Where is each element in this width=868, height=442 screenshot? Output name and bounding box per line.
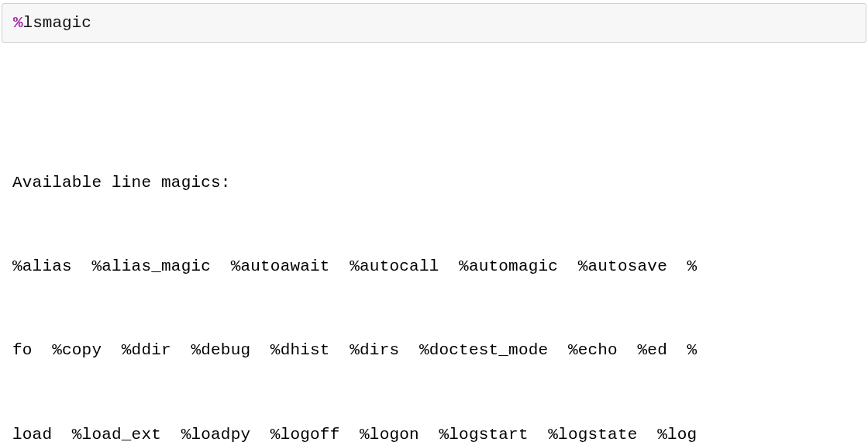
code-output: Available line magics: %alias %alias_mag… (0, 57, 868, 442)
line-magics-header: Available line magics: (12, 169, 856, 197)
magic-prefix: % (13, 14, 23, 32)
notebook-cell: %lsmagic Available line magics: %alias %… (0, 0, 868, 442)
line-magics-row: %alias %alias_magic %autoawait %autocall… (12, 253, 856, 281)
line-magics-row: load %load_ext %loadpy %logoff %logon %l… (12, 421, 856, 442)
magic-command: lsmagic (23, 14, 91, 32)
line-magics-row: fo %copy %ddir %debug %dhist %dirs %doct… (12, 337, 856, 364)
line-magics-block: Available line magics: %alias %alias_mag… (12, 113, 856, 442)
code-input[interactable]: %lsmagic (2, 3, 866, 43)
